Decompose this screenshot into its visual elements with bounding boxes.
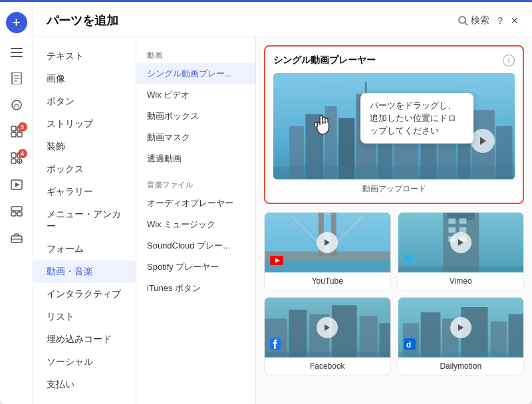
vimeo-thumb: V — [398, 213, 524, 272]
category-decoration[interactable]: 装飾 — [33, 136, 136, 158]
svg-marker-83 — [458, 324, 464, 331]
svg-marker-63 — [458, 239, 464, 246]
category-video-music[interactable]: 動画・音楽 — [33, 260, 136, 283]
dailymotion-logo: d — [404, 338, 416, 354]
info-button[interactable]: i — [503, 54, 515, 66]
widget-dailymotion[interactable]: d Dailymotion — [398, 297, 525, 375]
toolbar-media-button[interactable] — [5, 174, 29, 198]
plus-icon: + — [12, 15, 21, 30]
help-label: ? — [497, 15, 503, 26]
svg-rect-22 — [17, 212, 22, 216]
svg-marker-19 — [15, 182, 20, 187]
svg-rect-72 — [265, 352, 390, 357]
category-button[interactable]: ボタン — [33, 90, 136, 113]
sub-category-panel: 動画 シングル動画プレー... Wix ビデオ 動画ボックス 動画マスク 透過動… — [136, 37, 256, 404]
youtube-logo — [270, 254, 283, 268]
wixapp-badge: 4 — [18, 149, 27, 158]
facebook-logo — [270, 338, 281, 354]
pages-icon — [11, 72, 22, 88]
category-menu-anchor[interactable]: メニュー・アンカー — [33, 203, 136, 238]
category-embed[interactable]: 埋め込みコード — [33, 328, 136, 351]
facebook-thumb — [265, 298, 390, 357]
vimeo-logo: V — [404, 253, 417, 268]
category-strip[interactable]: ストリップ — [33, 113, 136, 136]
drag-tooltip: パーツをドラッグし、追加したい位置にドロップしてください — [360, 93, 473, 144]
app-container: + 3 — [0, 0, 532, 404]
sub-item-wix-music[interactable]: Wix ミュージック — [136, 214, 255, 235]
search-button[interactable]: 検索 — [458, 15, 489, 27]
category-social[interactable]: ソーシャル — [33, 351, 136, 373]
info-icon-label: i — [508, 56, 509, 64]
widget-facebook[interactable]: Facebook — [264, 297, 391, 375]
sub-item-itunes[interactable]: iTunes ボタン — [136, 278, 255, 299]
sub-item-spotify[interactable]: Spotify プレーヤー — [136, 256, 255, 278]
media-icon — [11, 179, 23, 193]
svg-rect-70 — [360, 316, 378, 357]
widget-youtube[interactable]: YouTube — [264, 212, 391, 290]
svg-rect-1 — [11, 52, 23, 53]
search-label: 検索 — [471, 15, 489, 27]
dailymotion-play-icon — [450, 317, 471, 338]
category-paid[interactable]: 支払い — [33, 373, 136, 396]
sub-item-wix-video[interactable]: Wix ビデオ — [136, 84, 255, 106]
appmarket-badge: 3 — [18, 122, 27, 132]
content-area: シングル動画プレーヤー i — [256, 37, 532, 404]
svg-rect-62 — [398, 266, 524, 272]
category-box[interactable]: ボックス — [33, 158, 136, 181]
toolbar-business-button[interactable] — [5, 227, 29, 251]
svg-rect-21 — [11, 212, 16, 216]
sub-item-soundcloud[interactable]: SoundCloud プレー... — [136, 235, 255, 256]
add-button[interactable]: + — [6, 12, 27, 33]
category-gallery[interactable]: ギャラリー — [33, 181, 136, 203]
svg-point-25 — [459, 17, 466, 23]
sub-item-single-player[interactable]: シングル動画プレー... — [136, 63, 255, 84]
help-button[interactable]: ? — [497, 15, 503, 26]
category-interactive[interactable]: インタラクティブ — [33, 283, 136, 306]
panel-body: テキスト 画像 ボタン ストリップ 装飾 ボックス ギャラリー メニュー・アンカ… — [33, 37, 532, 404]
sub-section-video-title: 動画 — [136, 45, 255, 63]
category-form[interactable]: フォーム — [33, 238, 136, 260]
category-text[interactable]: テキスト — [33, 45, 136, 68]
briefcase-icon — [11, 233, 23, 247]
sub-item-video-box[interactable]: 動画ボックス — [136, 106, 255, 127]
widget-vimeo[interactable]: V Vimeo — [398, 212, 525, 290]
category-list: テキスト 画像 ボタン ストリップ 装飾 ボックス ギャラリー メニュー・アンカ… — [33, 37, 136, 404]
toolbar-appmarket-button[interactable]: 3 — [5, 121, 29, 145]
sub-item-video-mask[interactable]: 動画マスク — [136, 127, 255, 148]
svg-rect-58 — [448, 227, 456, 233]
category-image[interactable]: 画像 — [33, 68, 136, 90]
youtube-thumb — [265, 213, 390, 272]
hand-cursor-icon — [313, 113, 333, 142]
close-button[interactable]: ✕ — [511, 15, 519, 26]
youtube-label: YouTube — [265, 272, 390, 290]
main-panel: パーツを追加 検索 ? ✕ テキスト 画像 ボタン スト — [33, 0, 532, 404]
sub-item-audio-player[interactable]: オーディオプレーヤー — [136, 193, 255, 214]
dailymotion-label: Dailymotion — [398, 357, 524, 375]
sub-item-transparent-video[interactable]: 透過動画 — [136, 148, 255, 169]
svg-rect-77 — [420, 312, 440, 357]
vimeo-label: Vimeo — [398, 272, 524, 290]
featured-widget[interactable]: シングル動画プレーヤー i — [264, 45, 524, 204]
toolbar-design-button[interactable] — [5, 94, 29, 118]
toolbar-pages-button[interactable] — [5, 68, 29, 92]
category-list[interactable]: リスト — [33, 306, 136, 328]
svg-rect-2 — [11, 56, 23, 57]
panel-header: パーツを追加 検索 ? ✕ — [33, 2, 532, 37]
svg-rect-10 — [11, 132, 16, 137]
svg-rect-8 — [11, 126, 16, 131]
svg-rect-56 — [448, 219, 456, 224]
svg-rect-14 — [11, 159, 16, 163]
svg-rect-41 — [273, 167, 515, 180]
facebook-label: Facebook — [265, 357, 390, 375]
tooltip-text: パーツをドラッグし、追加したい位置にドロップしてください — [370, 101, 456, 136]
play-button-overlay — [471, 129, 495, 153]
design-icon — [11, 99, 23, 114]
dailymotion-thumb: d — [398, 298, 524, 357]
toolbar-wixapp-button[interactable]: 4 — [5, 148, 29, 171]
toolbar-menu-button[interactable] — [5, 41, 29, 65]
svg-marker-42 — [480, 137, 486, 145]
svg-line-26 — [465, 23, 467, 25]
svg-rect-0 — [11, 48, 23, 49]
youtube-play-icon — [317, 232, 338, 253]
toolbar-layout-button[interactable] — [5, 201, 29, 225]
